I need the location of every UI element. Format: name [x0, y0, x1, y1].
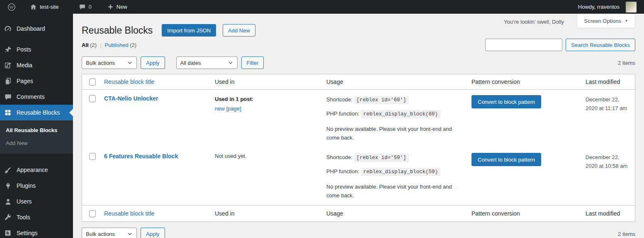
view-published-label[interactable]: Published	[105, 42, 129, 48]
wrench-icon	[4, 213, 12, 221]
sidebar-item-label: Reusable Blocks	[17, 109, 60, 116]
comments-shortcut[interactable]: 0	[75, 0, 96, 14]
column-last-modified: Last modified	[581, 206, 635, 221]
block-title-link[interactable]: 6 Features Reusable Block	[104, 153, 178, 159]
sidebar-item-tools[interactable]: Tools	[0, 209, 73, 225]
site-name-link[interactable]: test-site	[26, 0, 63, 14]
sidebar-item-settings[interactable]: Settings	[0, 225, 73, 238]
dashboard-icon	[4, 25, 12, 33]
page-title: Reusable Blocks	[82, 24, 153, 37]
last-modified-date: December 22, 2020 at 10:58 am	[586, 153, 631, 170]
bulk-actions-select[interactable]: Bulk actions	[82, 228, 137, 238]
row-checkbox[interactable]	[89, 95, 96, 102]
row-checkbox[interactable]	[89, 153, 96, 160]
php-function-value: reblex_display_block(59)	[361, 168, 440, 176]
tablenav-bottom: Bulk actions Apply 2 items	[82, 228, 635, 238]
shortcode-label: Shortcode:	[326, 96, 352, 103]
apply-button[interactable]: Apply	[141, 228, 165, 238]
list-top-row: All (2) | Published (2) Search Reusable …	[82, 39, 635, 51]
table-footer-row: Reusable block title Used in Usage Patte…	[82, 205, 635, 221]
bulk-actions-select[interactable]: Bulk actions	[82, 56, 137, 69]
comment-count: 0	[89, 4, 92, 10]
search-button[interactable]: Search Reusable Blocks	[566, 39, 635, 51]
user-icon	[4, 197, 12, 206]
column-title[interactable]: Reusable block title	[104, 210, 154, 217]
apply-button[interactable]: Apply	[141, 56, 165, 69]
search-box: Search Reusable Blocks	[485, 39, 635, 51]
sidebar-item-label: Tools	[17, 214, 30, 221]
column-usage: Usage	[322, 74, 467, 89]
menu-separator	[0, 37, 73, 42]
view-published-link[interactable]: Published (2)	[105, 42, 137, 48]
table-row: CTA-Nelio Unlocker Used in 1 post: new […	[82, 90, 635, 147]
convert-to-block-pattern-button[interactable]: Convert to block pattern	[471, 153, 541, 166]
home-icon	[30, 3, 37, 10]
tablenav-top: Bulk actions Apply All dates Filter 2 it…	[82, 56, 635, 69]
submenu-all-reusable-blocks[interactable]: All Reusable Blocks	[0, 124, 73, 137]
sidebar-item-dashboard[interactable]: Dashboard	[0, 21, 73, 37]
new-content-menu[interactable]: New	[103, 0, 131, 14]
select-all-checkbox[interactable]	[89, 210, 96, 217]
table-header-row: Reusable block title Used in Usage Patte…	[82, 74, 635, 90]
sidebar-item-label: Plugins	[17, 182, 36, 189]
sidebar-item-label: Users	[17, 198, 32, 205]
shortcode-label: Shortcode:	[326, 154, 352, 160]
preview-note: No preview available. Please visit your …	[326, 125, 463, 142]
view-separator: |	[100, 42, 101, 48]
wordpress-logo[interactable]: W	[3, 0, 20, 14]
items-count: 2 items	[618, 231, 635, 237]
sidebar-item-label: Appearance	[17, 167, 48, 173]
new-label: New	[117, 4, 127, 10]
my-account-menu[interactable]: Howdy, rraventos	[574, 0, 641, 14]
comment-bubble-icon	[79, 3, 86, 10]
column-used-in: Used in	[211, 74, 322, 89]
view-all-link[interactable]: All (2)	[82, 42, 97, 48]
convert-to-block-pattern-button[interactable]: Convert to block pattern	[471, 95, 541, 108]
sidebar-item-label: Pages	[17, 78, 33, 84]
import-from-json-button[interactable]: Import from JSON	[162, 24, 216, 37]
active-menu-arrow	[69, 109, 73, 116]
php-function-label: PHP function:	[326, 110, 359, 117]
used-in-post-link[interactable]: new [page]	[215, 106, 241, 112]
sidebar-item-label: Comments	[17, 93, 45, 100]
php-function-value: reblex_display_block(60)	[361, 110, 440, 118]
shortcode-value: [reblex id='60']	[354, 96, 409, 104]
preview-note: No preview available. Please visit your …	[326, 182, 463, 200]
plugin-icon	[4, 182, 12, 190]
submenu-add-new[interactable]: Add New	[0, 137, 73, 150]
sidebar-item-reusable-blocks[interactable]: Reusable Blocks	[0, 105, 73, 120]
media-icon	[4, 61, 12, 69]
sidebar-item-appearance[interactable]: Appearance	[0, 162, 73, 178]
bulk-actions-value: Bulk actions	[86, 231, 115, 237]
reusable-blocks-submenu: All Reusable Blocks Add New	[0, 120, 73, 154]
sidebar-item-posts[interactable]: Posts	[0, 42, 73, 57]
items-count: 2 items	[618, 60, 635, 66]
comments-icon	[4, 93, 12, 101]
view-all-count: (2)	[90, 42, 97, 48]
select-all-checkbox[interactable]	[89, 79, 96, 86]
sidebar-item-comments[interactable]: Comments	[0, 89, 73, 105]
sidebar-item-label: Dashboard	[17, 25, 45, 32]
sidebar-item-pages[interactable]: Pages	[0, 73, 73, 89]
search-input[interactable]	[485, 39, 562, 51]
screen-options-toggle[interactable]: Screen Options ▼	[577, 14, 635, 28]
plus-icon	[107, 4, 114, 10]
sidebar-item-users[interactable]: Users	[0, 194, 73, 209]
view-all-label: All	[82, 42, 89, 48]
reusable-blocks-table: Reusable block title Used in Usage Patte…	[82, 74, 635, 222]
pushpin-icon	[4, 45, 12, 54]
dates-filter-select[interactable]: All dates	[176, 56, 238, 69]
howdy-label: Howdy, rraventos	[578, 4, 620, 10]
add-new-button[interactable]: Add New	[223, 24, 255, 37]
page-header: Reusable Blocks Import from JSON Add New	[82, 24, 635, 37]
filter-button[interactable]: Filter	[241, 56, 264, 69]
bulk-actions-value: Bulk actions	[86, 60, 115, 66]
column-title[interactable]: Reusable block title	[104, 79, 154, 85]
sidebar-item-plugins[interactable]: Plugins	[0, 178, 73, 194]
admin-bar: W test-site 0 New Howdy, rraventos	[0, 0, 644, 14]
admin-sidebar: Dashboard Posts Media Pages Comments	[0, 14, 73, 238]
block-title-link[interactable]: CTA-Nelio Unlocker	[104, 95, 158, 102]
sidebar-item-label: Posts	[17, 46, 31, 53]
wordpress-logo-icon: W	[7, 3, 16, 11]
sidebar-item-media[interactable]: Media	[0, 57, 73, 73]
